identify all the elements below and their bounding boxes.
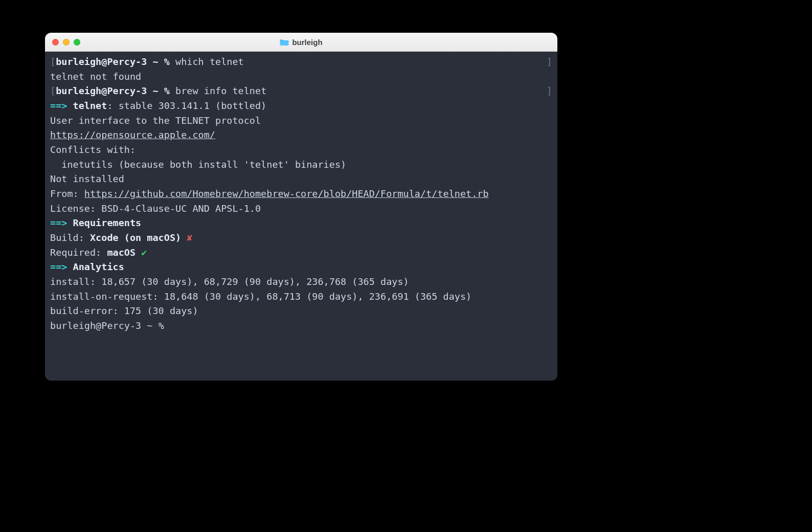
from-line: From: https://github.com/Homebrew/homebr… bbox=[50, 187, 552, 202]
not-installed: Not installed bbox=[50, 172, 552, 187]
req-required-line: Required: macOS ✔ bbox=[50, 246, 552, 260]
zoom-button[interactable] bbox=[74, 39, 80, 46]
analytics-build-error: build-error: 175 (30 days) bbox=[50, 304, 552, 319]
arrow-icon: ==> bbox=[50, 100, 67, 111]
arrow-icon: ==> bbox=[50, 261, 67, 272]
license-line: License: BSD-4-Clause-UC AND APSL-1.0 bbox=[50, 202, 552, 216]
prompt-sigil: % bbox=[164, 56, 170, 67]
section-header: ==> Analytics bbox=[50, 260, 552, 275]
check-icon: ✔ bbox=[141, 247, 147, 258]
brew-header: ==> telnet: stable 303.141.1 (bottled) bbox=[50, 99, 552, 114]
analytics-install-on-request: install-on-request: 18,648 (30 days), 68… bbox=[50, 290, 552, 304]
prompt-line: [burleigh@Percy-3 ~ % brew info telnet] bbox=[50, 84, 552, 99]
analytics-install: install: 18,657 (30 days), 68,729 (90 da… bbox=[50, 275, 552, 290]
prompt-line[interactable]: burleigh@Percy-3 ~ % bbox=[50, 319, 552, 334]
traffic-lights bbox=[45, 39, 80, 46]
close-button[interactable] bbox=[52, 39, 59, 46]
prompt-line: [burleigh@Percy-3 ~ % which telnet] bbox=[50, 55, 552, 70]
x-icon: ✘ bbox=[187, 232, 192, 243]
conflicts-label: Conflicts with: bbox=[50, 143, 552, 158]
arrow-icon: ==> bbox=[50, 217, 67, 228]
brew-desc: User interface to the TELNET protocol bbox=[50, 114, 552, 128]
titlebar: burleigh bbox=[45, 33, 557, 52]
conflicts-line: inetutils (because both install 'telnet'… bbox=[50, 158, 552, 172]
minimize-button[interactable] bbox=[63, 39, 70, 46]
window-title-text: burleigh bbox=[292, 38, 322, 47]
prompt-user: burleigh bbox=[56, 56, 101, 67]
homepage-link[interactable]: https://opensource.apple.com/ bbox=[50, 129, 215, 140]
command-text: brew info telnet bbox=[175, 85, 266, 96]
command-text: which telnet bbox=[175, 56, 244, 67]
folder-icon bbox=[280, 38, 289, 46]
output-line: telnet not found bbox=[50, 70, 552, 84]
terminal-window: burleigh [burleigh@Percy-3 ~ % which tel… bbox=[45, 33, 557, 381]
prompt-host: Percy-3 bbox=[107, 56, 147, 67]
prompt-dir: ~ bbox=[153, 56, 159, 67]
terminal-content[interactable]: [burleigh@Percy-3 ~ % which telnet]telne… bbox=[45, 52, 557, 381]
formula-link[interactable]: https://github.com/Homebrew/homebrew-cor… bbox=[84, 188, 489, 199]
req-build-line: Build: Xcode (on macOS) ✘ bbox=[50, 231, 552, 246]
window-title: burleigh bbox=[45, 38, 557, 47]
section-header: ==> Requirements bbox=[50, 216, 552, 231]
